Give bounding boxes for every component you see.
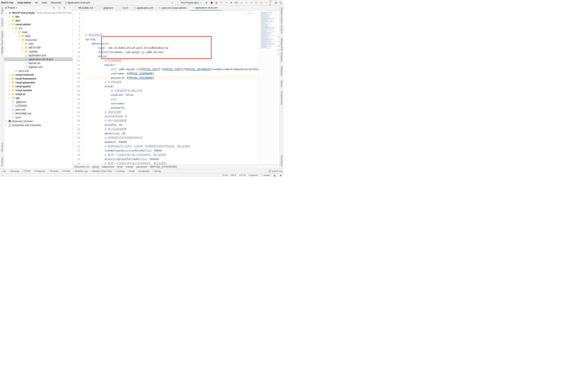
code-line[interactable]: # 配置一个连接在池中最小生存的时间，单位是毫秒	[85, 153, 259, 157]
stop-icon[interactable]: ■	[229, 1, 233, 4]
editor-tab[interactable]: 📄.gitignore×	[97, 6, 117, 10]
expand-all-icon[interactable]: ⇲	[57, 6, 61, 9]
project-panel-title[interactable]: ▮ Project ▾	[5, 6, 52, 9]
tool-function-compute[interactable]: Alibaba Function Compute	[281, 6, 283, 34]
code-line[interactable]: # 从库数据源	[85, 80, 259, 84]
tool-favorites[interactable]: Favorites	[1, 156, 3, 167]
tree-item[interactable]: ▸📁doc	[4, 18, 72, 22]
bottom-tab[interactable]: ▪Spring	[153, 170, 161, 172]
bottom-tab[interactable]: ▪TODO	[22, 170, 30, 172]
code-line[interactable]: slave:	[85, 84, 259, 89]
code-crumb[interactable]: druid:	[117, 165, 123, 168]
code-line[interactable]: # 数据源配置	[85, 33, 259, 37]
tree-item[interactable]: ▾📁main	[4, 30, 72, 34]
editor-tab[interactable]: ⬡application.yml×	[132, 6, 157, 10]
code-crumb[interactable]: Document 1/1	[74, 165, 90, 168]
bottom-tab[interactable]: ▪Endpoints	[138, 170, 149, 172]
close-icon[interactable]: ×	[219, 7, 220, 9]
code-line[interactable]: timeBetweenEvictionRunsMillis: 60000	[85, 149, 259, 153]
code-line[interactable]: url:	[85, 97, 259, 101]
tool-maven[interactable]: Maven	[281, 80, 283, 88]
prev-highlight-icon[interactable]: ⌃	[252, 12, 254, 16]
tree-item[interactable]: ▾📁ruoyi-admin	[4, 22, 72, 26]
status-indent[interactable]: 4 spaces*	[249, 174, 258, 176]
tree-item[interactable]: ▸📁ruoyi-framework	[4, 77, 72, 81]
event-log-tab[interactable]: 💬Event Log	[268, 170, 282, 173]
tree-item[interactable]: 📄logback.xml	[4, 65, 72, 69]
tree-item[interactable]: ▾▮RuoYi-Vue [ruoyi]~/kid/code/java/yun/R…	[4, 11, 72, 15]
tree-item[interactable]: ▾📁resources	[4, 38, 72, 42]
tree-item[interactable]: 📄ry.sh	[4, 115, 72, 119]
code-line[interactable]: enabled: false	[85, 93, 259, 97]
code-line[interactable]: maxWait: 60000	[85, 140, 259, 144]
tree-item[interactable]: ▸📁mybatis	[4, 50, 72, 53]
tree-item[interactable]: ▸📁ruoyi-common	[4, 73, 72, 77]
close-icon[interactable]: ×	[187, 7, 189, 9]
close-icon[interactable]: ×	[154, 7, 155, 9]
crumb-module[interactable]: ruoyi-admin	[17, 1, 31, 4]
editor-tab[interactable]: 📄ry.sh×	[117, 6, 132, 10]
error-stripe[interactable]	[277, 11, 279, 165]
minimap[interactable]	[259, 11, 277, 165]
close-icon[interactable]: ×	[129, 7, 130, 9]
ide-settings-icon[interactable]: ▣	[274, 1, 277, 4]
translate-icon[interactable]: 文A	[269, 1, 273, 4]
search-icon[interactable]: 🔍	[279, 1, 282, 4]
tree-item[interactable]: ▸📁sql	[4, 96, 72, 100]
code-crumb[interactable]: master:	[126, 165, 134, 168]
bottom-tab[interactable]: ▪Alibaba Cloud View	[91, 170, 112, 172]
code-line[interactable]: username: ${MYSQL_USERNAME}	[85, 71, 259, 76]
code-line[interactable]: # 主库数据源	[85, 58, 259, 63]
close-icon[interactable]: ×	[114, 7, 115, 9]
bottom-tab[interactable]: ▪Build	[128, 170, 134, 172]
editor-tab[interactable]: ⬡application-druid.yml×	[190, 6, 222, 10]
code-line[interactable]: datasource:	[85, 42, 259, 46]
tree-item[interactable]: ▸📁bin	[4, 15, 72, 18]
tree-item[interactable]: ▸📋Scratches and Consoles	[4, 123, 72, 127]
bottom-tab[interactable]: ▪Problems	[34, 170, 45, 172]
tool-word-book[interactable]: Word Book	[281, 155, 283, 167]
coverage-icon[interactable]: ◧	[215, 1, 218, 4]
editor-tab[interactable]: 📄README.md×	[73, 6, 97, 10]
tree-item[interactable]: ▸📁ruoyi-ui	[4, 92, 72, 96]
editor-code[interactable]: ⚠7 ⌃ ⌄ # 数据源配置spring: datasource: type: …	[83, 11, 259, 165]
tree-item[interactable]: mpom.xml	[4, 69, 72, 73]
tool-alibaba-explorer[interactable]: Alibaba Cloud Explorer	[1, 30, 3, 55]
avatar-icon[interactable]: ▭	[264, 1, 268, 4]
tree-item[interactable]: ▸📁ruoyi-quartz	[4, 84, 72, 88]
hide-icon[interactable]: —	[68, 6, 71, 9]
bottom-tab[interactable]: ▪Services	[9, 170, 19, 172]
tool-windows-icon[interactable]: ▭	[1, 174, 4, 177]
profile-icon[interactable]: ↻	[220, 1, 223, 4]
git-rollback-icon[interactable]: ↺	[259, 1, 263, 4]
code-line[interactable]: # 配置获取连接等待超时的时间	[85, 136, 259, 140]
tree-item[interactable]: ⬡application.yml	[4, 53, 72, 57]
code-line[interactable]: # 从数据源开关/默认关闭	[85, 89, 259, 93]
code-line[interactable]: # 配置间隔多久才进行一次检测，检测需要关闭的空闲连接，单位是毫秒	[85, 144, 259, 149]
tree-item[interactable]: ▸📁i18n	[4, 42, 72, 46]
tool-ros-templates[interactable]: Alibaba ROS Templates	[281, 37, 283, 63]
tree-item[interactable]: 📄README.md	[4, 111, 72, 115]
code-line[interactable]: # 配置一个连接在池中最大生存的时间，单位是毫秒	[85, 161, 259, 165]
attach-icon[interactable]: ▾	[225, 1, 228, 4]
chrome-icon[interactable]: ◉	[279, 174, 282, 177]
tree-item[interactable]: ⬡application-druid.yml	[4, 57, 72, 61]
git-history-icon[interactable]: 🕘	[255, 1, 258, 4]
code-line[interactable]: spring:	[85, 37, 259, 42]
next-highlight-icon[interactable]: ⌄	[255, 12, 257, 16]
bottom-tab[interactable]: ▪Git	[1, 170, 6, 172]
code-crumb[interactable]: password:	[136, 165, 148, 168]
code-crumb[interactable]: datasource:	[102, 165, 115, 168]
crumb-resources[interactable]: resources	[51, 1, 61, 4]
code-crumb[interactable]: ${MYSQL_PASSWORD}	[150, 165, 177, 168]
run-icon[interactable]: ▶	[205, 1, 208, 4]
tool-rest-services[interactable]: RestServices	[281, 91, 283, 106]
crumb-main[interactable]: main	[42, 1, 47, 4]
tree-item[interactable]: 📄LICENSE	[4, 104, 72, 108]
status-line-ending[interactable]: CRLF	[231, 174, 236, 176]
status-encoding[interactable]: UTF-8	[239, 174, 246, 176]
debug-icon[interactable]: 🐞	[210, 1, 213, 4]
code-line[interactable]: url: jdbc:mysql://${MYSQL_HOST}:${MYSQL_…	[85, 67, 259, 71]
bottom-tab[interactable]: ▪Profiler	[61, 170, 70, 172]
settings-icon[interactable]: ⚙	[63, 6, 66, 9]
